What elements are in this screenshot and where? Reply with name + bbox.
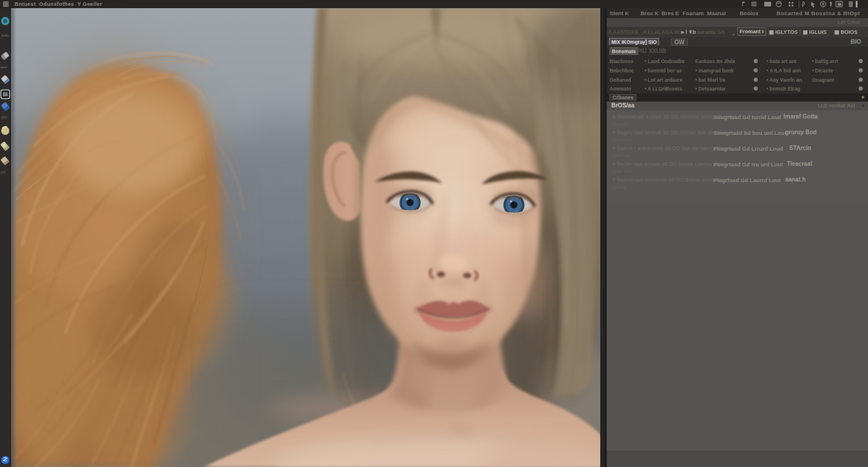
svg-text:(R3: (R3 xyxy=(1,116,7,119)
svg-text:AtllG: AtllG xyxy=(1,34,9,37)
svg-text:(15: (15 xyxy=(1,170,6,174)
svg-text:wert: wert xyxy=(0,65,8,69)
